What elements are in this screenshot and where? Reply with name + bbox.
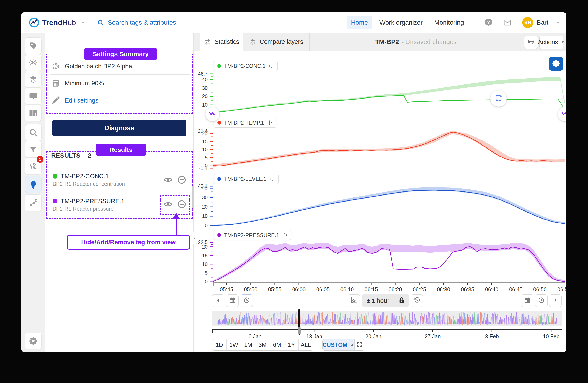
- time-range-group[interactable]: ± 1 hour: [362, 294, 409, 307]
- user-caret-icon[interactable]: [556, 20, 560, 25]
- edit-settings-link[interactable]: Edit settings: [65, 97, 98, 104]
- trend-options-button[interactable]: [348, 294, 360, 307]
- statistics-button[interactable]: Statistics: [200, 33, 243, 51]
- workspace-caret-icon[interactable]: [81, 20, 85, 25]
- fingerprint-deviations-panel: Settings Summary Golden batch BP2 Alpha …: [45, 33, 193, 352]
- sidebar-item-fingerprints[interactable]: 1: [25, 158, 42, 174]
- end-date-button[interactable]: [521, 294, 533, 307]
- move-icon[interactable]: [269, 63, 274, 69]
- range-button-1w[interactable]: 1W: [227, 339, 241, 350]
- help-icon[interactable]: ?: [484, 18, 493, 27]
- formula-icon: +−÷×: [29, 58, 38, 67]
- avatar[interactable]: BH: [522, 17, 533, 28]
- user-name[interactable]: Bart: [537, 19, 548, 26]
- refresh-icon: [493, 93, 504, 104]
- remove-tag-icon[interactable]: [177, 175, 187, 185]
- nav-work-organizer[interactable]: Work organizer: [375, 16, 427, 29]
- setting-row-edit[interactable]: Edit settings: [45, 96, 191, 105]
- tag-name[interactable]: TM-BP2-CONC.1: [61, 173, 109, 180]
- svg-text:10 Feb: 10 Feb: [543, 333, 559, 339]
- move-icon[interactable]: [282, 232, 288, 238]
- sidebar-item-settings[interactable]: [25, 333, 42, 349]
- fit-view-button[interactable]: [355, 339, 365, 350]
- diagnose-button[interactable]: Diagnose: [52, 120, 187, 136]
- end-time-button[interactable]: [535, 294, 547, 307]
- context-cursor[interactable]: [298, 309, 300, 328]
- range-button-3m[interactable]: 3M: [255, 339, 270, 350]
- custom-range-group: CUSTOM: [322, 339, 365, 351]
- legend-TM-BP2-CONC.1[interactable]: TM-BP2-CONC.1: [214, 61, 278, 71]
- svg-text:05:55: 05:55: [268, 287, 281, 292]
- compress-left-handle[interactable]: [205, 107, 219, 121]
- tag-name[interactable]: TM-BP2-PRESSURE.1: [61, 198, 125, 205]
- svg-text:05:50: 05:50: [244, 287, 257, 292]
- swap-icon: [204, 38, 211, 46]
- sidebar-item-search[interactable]: [25, 124, 42, 141]
- svg-text:20: 20: [202, 131, 208, 136]
- range-button-1y[interactable]: 1Y: [284, 339, 299, 350]
- sidebar-item-filters[interactable]: [25, 141, 42, 158]
- screenshot-root: { "topbar": { "logo_text_bold": "Trend",…: [0, 0, 588, 383]
- chevron-right-icon: [552, 297, 559, 305]
- refresh-button[interactable]: [490, 90, 507, 107]
- nav-monitoring[interactable]: Monitoring: [430, 16, 468, 29]
- svg-text:20: 20: [202, 244, 208, 249]
- live-mode-button[interactable]: [524, 36, 538, 49]
- sidebar-item-context-items[interactable]: [25, 194, 42, 211]
- lock-range-button[interactable]: [394, 294, 409, 307]
- svg-text:5: 5: [205, 270, 208, 276]
- top-icons: ? BH Bart: [474, 17, 566, 28]
- move-icon[interactable]: [270, 176, 275, 182]
- date-axis: 6 Jan13 Jan20 Jan27 Jan3 Feb10 Feb: [212, 328, 564, 341]
- nav-home[interactable]: Home: [347, 16, 372, 29]
- svg-text:−: −: [32, 64, 34, 67]
- sidebar-item-calculations[interactable]: +−÷×: [25, 54, 42, 71]
- sidebar-item-recommendations[interactable]: [25, 176, 42, 193]
- move-icon[interactable]: [267, 120, 273, 126]
- trendhub-logo[interactable]: TrendHub: [21, 17, 89, 28]
- svg-text:0: 0: [205, 223, 208, 228]
- results-header: RESULTS 2: [51, 152, 91, 159]
- legend-TM-BP2-TEMP.1[interactable]: TM-BP2-TEMP.1: [214, 118, 276, 128]
- range-button-1d[interactable]: 1D: [212, 339, 227, 350]
- eye-icon[interactable]: [163, 175, 173, 185]
- svg-text:40: 40: [202, 77, 208, 82]
- start-date-button[interactable]: [226, 294, 239, 307]
- legend-TM-BP2-PRESSURE.1[interactable]: TM-BP2-PRESSURE.1: [214, 230, 291, 240]
- range-button-6m[interactable]: 6M: [270, 339, 284, 350]
- mail-icon[interactable]: [503, 18, 512, 27]
- sidebar-item-dashboards[interactable]: [25, 105, 42, 121]
- legend-label: TM-BP2-TEMP.1: [224, 120, 264, 126]
- svg-text:06:35: 06:35: [461, 287, 474, 292]
- band-TM-BP2-PRESSURE.1: [213, 243, 565, 282]
- actions-button[interactable]: Actions: [539, 36, 563, 49]
- search-bar[interactable]: Search tags & attributes: [89, 12, 347, 33]
- sidebar-item-comments[interactable]: [25, 88, 42, 104]
- svg-text:10: 10: [202, 147, 208, 152]
- time-range-label[interactable]: ± 1 hour: [362, 297, 394, 304]
- range-button-all[interactable]: ALL: [299, 339, 313, 350]
- context-overview-bar[interactable]: [212, 311, 563, 326]
- gear-icon: [29, 336, 38, 345]
- pan-right-button[interactable]: [549, 294, 562, 307]
- tag-icon: [29, 41, 38, 50]
- sidebar-item-layers[interactable]: [25, 71, 42, 88]
- fit-icon: [357, 342, 363, 348]
- custom-range-button[interactable]: CUSTOM: [323, 339, 355, 350]
- chart-settings-button[interactable]: [549, 57, 563, 71]
- history-button[interactable]: [411, 294, 423, 307]
- results-title: RESULTS: [51, 152, 81, 159]
- svg-text:30: 30: [202, 85, 208, 91]
- range-button-1m[interactable]: 1M: [241, 339, 255, 350]
- sidebar-item-tags[interactable]: [25, 38, 42, 54]
- history-icon: [414, 297, 420, 305]
- divider: [479, 17, 479, 28]
- legend-TM-BP2-LEVEL.1[interactable]: TM-BP2-LEVEL.1: [214, 174, 279, 184]
- pan-left-button[interactable]: [212, 294, 224, 307]
- context-cursor-handle[interactable]: [298, 327, 301, 334]
- trend-charts[interactable]: 46.74030201021.420151050-1.442.140302010…: [193, 51, 566, 294]
- compare-layers-button[interactable]: Compare layers: [243, 33, 310, 51]
- top-bar: TrendHub Search tags & attributes HomeWo…: [21, 12, 566, 33]
- start-time-button[interactable]: [241, 294, 253, 307]
- app-title: TrendHub: [42, 19, 76, 27]
